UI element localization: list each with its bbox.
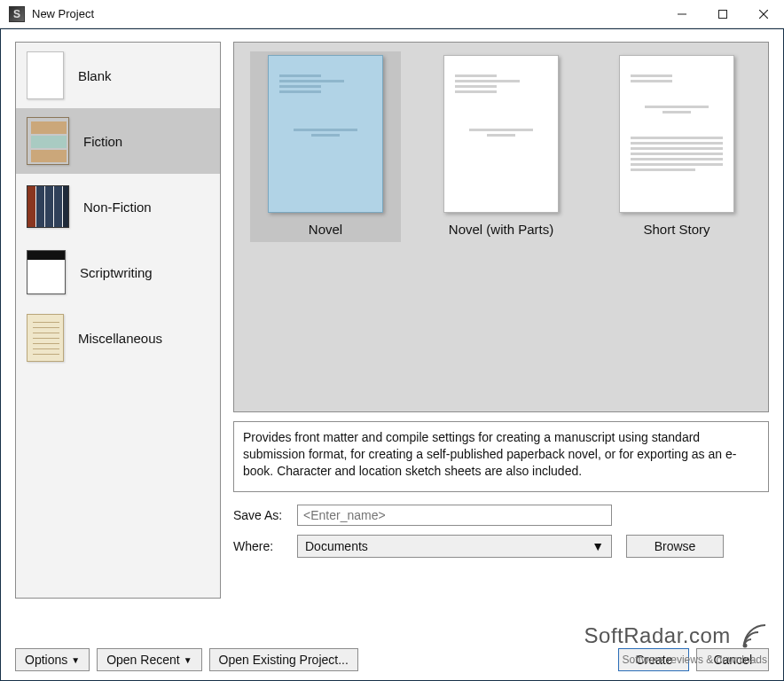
maximize-icon [718, 10, 727, 19]
template-label: Novel [309, 222, 342, 237]
category-label: Blank [78, 68, 112, 83]
blank-page-icon [27, 51, 64, 99]
open-existing-button[interactable]: Open Existing Project... [209, 648, 358, 671]
category-label: Non-Fiction [83, 200, 152, 215]
where-value: Documents [305, 539, 368, 553]
app-icon: S [9, 6, 25, 22]
chevron-down-icon: ▼ [592, 539, 604, 553]
category-item-misc[interactable]: Miscellaneous [16, 305, 220, 371]
category-item-fiction[interactable]: Fiction [16, 108, 220, 174]
category-label: Scriptwriting [80, 265, 153, 280]
category-item-nonfiction[interactable]: Non-Fiction [16, 174, 220, 239]
where-combobox[interactable]: Documents ▼ [297, 535, 612, 558]
category-label: Miscellaneous [78, 331, 162, 346]
template-label: Short Story [643, 222, 710, 237]
category-item-scriptwriting[interactable]: Scriptwriting [16, 239, 220, 305]
category-panel: Blank Fiction Non-Fiction Scriptwriting … [15, 42, 221, 599]
parchment-icon [27, 314, 64, 362]
open-recent-label: Open Recent [106, 653, 180, 667]
create-button[interactable]: Create [618, 648, 689, 671]
svg-rect-1 [719, 10, 727, 18]
template-item-short-story[interactable]: Short Story [601, 51, 752, 242]
document-preview-icon [443, 55, 559, 213]
window-title: New Project [32, 7, 94, 20]
cancel-button[interactable]: Cancel [696, 648, 769, 671]
close-button[interactable] [743, 0, 784, 27]
template-grid: Novel Novel (with Parts) Short St [233, 42, 769, 412]
document-preview-icon [619, 55, 734, 213]
options-button[interactable]: Options ▼ [15, 648, 90, 671]
document-preview-icon [268, 55, 383, 213]
where-label: Where: [233, 539, 292, 553]
chevron-down-icon: ▼ [71, 655, 80, 665]
svg-point-4 [743, 644, 748, 648]
template-description: Provides front matter and compile settin… [233, 421, 769, 492]
template-item-novel-parts[interactable]: Novel (with Parts) [426, 51, 576, 242]
minimize-icon [678, 10, 686, 19]
clapperboard-icon [27, 250, 66, 294]
save-as-label: Save As: [233, 508, 292, 522]
watermark-title: SoftRadar.com [584, 623, 731, 647]
category-item-blank[interactable]: Blank [16, 43, 220, 108]
category-label: Fiction [83, 134, 122, 149]
open-recent-button[interactable]: Open Recent ▼ [97, 648, 201, 671]
template-item-novel[interactable]: Novel [250, 51, 401, 242]
close-icon [759, 10, 768, 19]
options-label: Options [25, 653, 67, 667]
save-as-input[interactable] [297, 505, 612, 526]
encyclopedia-icon [27, 185, 69, 228]
fiction-books-icon [27, 117, 69, 165]
browse-button[interactable]: Browse [626, 535, 724, 558]
window-controls [662, 0, 784, 27]
minimize-button[interactable] [662, 0, 702, 27]
template-label: Novel (with Parts) [449, 222, 553, 237]
maximize-button[interactable] [702, 0, 743, 27]
chevron-down-icon: ▼ [184, 655, 192, 665]
